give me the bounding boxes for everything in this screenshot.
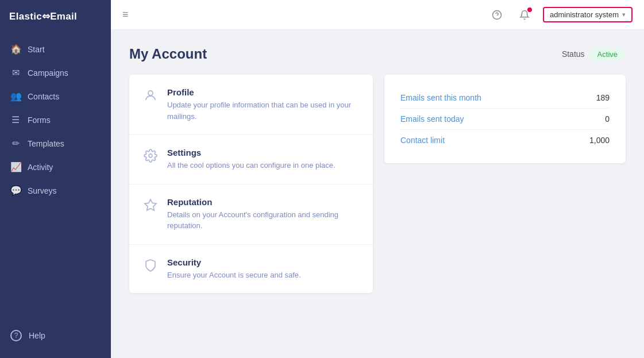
reputation-desc: Details on your Account's configuration … [167,209,359,232]
security-icon [143,259,158,276]
svg-point-2 [148,91,153,95]
activity-icon: 📈 [10,161,21,172]
security-desc: Ensure your Account is secure and safe. [167,270,301,281]
sidebar-label-surveys: Surveys [28,186,57,195]
security-content: Security Ensure your Account is secure a… [167,257,301,281]
sidebar-bottom: ? Help [0,315,111,358]
settings-desc: All the cool options you can configure i… [167,160,336,171]
stat-row-1: Emails sent today 0 [400,110,610,128]
stat-row-2: Contact limit 1,000 [400,131,610,149]
profile-card[interactable]: Profile Update your profile information … [129,75,373,135]
stats-panel: Emails sent this month 189 Emails sent t… [384,75,626,163]
sidebar-item-help[interactable]: ? Help [0,324,111,348]
reputation-content: Reputation Details on your Account's con… [167,197,359,232]
status-area: Status Active [562,48,626,60]
stat-label-1: Emails sent today [400,114,464,124]
sidebar: Elastic⇔Email 🏠 Start ✉ Campaigns 👥 Cont… [0,0,111,358]
notification-badge [527,7,532,12]
stat-divider-0 [400,108,610,109]
page-body: My Account Status Active Profile Update … [111,30,644,358]
contacts-icon: 👥 [10,91,21,102]
settings-card[interactable]: Settings All the cool options you can co… [129,135,373,184]
sidebar-item-templates[interactable]: ✏ Templates [0,132,111,155]
sidebar-item-forms[interactable]: ☰ Forms [0,108,111,132]
reputation-icon [143,198,158,215]
forms-icon: ☰ [10,114,21,125]
status-badge: Active [589,48,626,60]
content-grid: Profile Update your profile information … [129,75,626,293]
settings-title: Settings [167,148,336,157]
app-logo: Elastic⇔Email [0,0,111,32]
sidebar-label-help: Help [29,331,45,340]
svg-marker-4 [145,199,156,210]
sidebar-label-campaigns: Campaigns [28,68,68,78]
svg-point-3 [149,154,152,157]
menu-icon[interactable]: ≡ [122,9,129,21]
sidebar-item-surveys[interactable]: 💬 Surveys [0,179,111,202]
campaigns-icon: ✉ [10,67,21,78]
user-dropdown[interactable]: administrator system ▾ [543,7,633,22]
security-card[interactable]: Security Ensure your Account is secure a… [129,245,373,294]
stat-divider-1 [400,129,610,130]
user-name: administrator system [550,10,619,19]
settings-content: Settings All the cool options you can co… [167,148,336,171]
account-cards: Profile Update your profile information … [129,75,373,293]
stat-value-2: 1,000 [589,136,610,145]
sidebar-label-forms: Forms [28,116,51,125]
sidebar-label-activity: Activity [28,163,53,172]
sidebar-label-start: Start [28,45,45,54]
sidebar-nav: 🏠 Start ✉ Campaigns 👥 Contacts ☰ Forms ✏… [0,32,111,315]
stat-value-0: 189 [596,93,610,102]
sidebar-label-templates: Templates [28,139,64,148]
templates-icon: ✏ [10,138,21,149]
profile-desc: Update your profile information that can… [167,99,359,122]
page-header: My Account Status Active [129,46,626,62]
stat-value-1: 0 [605,114,610,124]
top-header: ≡ administrator system ▾ [111,0,644,30]
home-icon: 🏠 [10,44,21,55]
question-icon [492,10,502,20]
stat-label-0: Emails sent this month [400,93,481,102]
sidebar-item-activity[interactable]: 📈 Activity [0,155,111,179]
profile-title: Profile [167,87,359,97]
main-content: ≡ administrator system ▾ My Account Stat… [111,0,644,358]
status-label: Status [562,49,585,59]
profile-icon [143,88,158,106]
reputation-card[interactable]: Reputation Details on your Account's con… [129,184,373,245]
stat-row-0: Emails sent this month 189 [400,88,610,107]
profile-content: Profile Update your profile information … [167,87,359,122]
sidebar-item-contacts[interactable]: 👥 Contacts [0,84,111,108]
stat-label-2: Contact limit [400,136,445,145]
reputation-title: Reputation [167,197,359,207]
header-right: administrator system ▾ [488,6,633,24]
logo-text: Elastic⇔Email [9,10,77,22]
surveys-icon: 💬 [10,185,21,196]
help-icon: ? [10,330,22,341]
help-button[interactable] [488,6,506,24]
security-title: Security [167,257,301,267]
settings-icon [143,149,158,166]
sidebar-label-contacts: Contacts [28,92,59,101]
sidebar-item-campaigns[interactable]: ✉ Campaigns [0,61,111,84]
chevron-down-icon: ▾ [622,11,626,18]
notifications-button[interactable] [515,6,534,24]
sidebar-item-start[interactable]: 🏠 Start [0,37,111,61]
page-title: My Account [129,46,207,62]
